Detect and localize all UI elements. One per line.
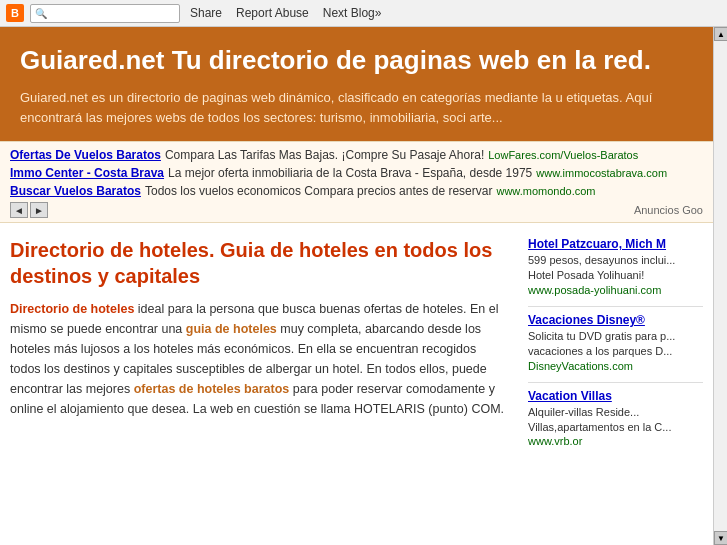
sidebar-ad-2: Vacaciones Disney® Solicita tu DVD grati…	[528, 313, 703, 372]
main-wrapper: Guiared.net Tu directorio de paginas web…	[0, 27, 727, 545]
ad-text-3: Todos los vuelos economicos Compara prec…	[145, 184, 493, 198]
blog-post: Directorio de hoteles. Guia de hoteles e…	[10, 237, 518, 457]
ad-link-2[interactable]: Immo Center - Costa Brava	[10, 166, 164, 180]
ads-buttons: ◄ ►	[10, 202, 48, 218]
sidebar-ad-1: Hotel Patzcuaro, Mich M 599 pesos, desay…	[528, 237, 703, 296]
sidebar-ad-text-1: 599 pesos, desayunos inclui... Hotel Pos…	[528, 254, 675, 281]
ad-row-2: Immo Center - Costa Brava La mejor ofert…	[10, 166, 703, 180]
sidebar-divider-1	[528, 306, 703, 307]
blogger-logo: B	[6, 4, 24, 22]
search-icon: 🔍	[35, 8, 47, 19]
ads-next-button[interactable]: ►	[30, 202, 48, 218]
ad-text-1: Compara Las Tarifas Mas Bajas. ¡Compre S…	[165, 148, 484, 162]
post-link-ofertas[interactable]: ofertas de hoteles baratos	[134, 382, 290, 396]
ads-nav: ◄ ► Anuncios Goo	[10, 202, 703, 218]
two-col: Directorio de hoteles. Guia de hoteles e…	[0, 223, 713, 467]
ads-prev-button[interactable]: ◄	[10, 202, 28, 218]
sidebar-ad-text-2: Solicita tu DVD gratis para p... vacacio…	[528, 330, 675, 357]
sidebar-ad-url-1[interactable]: www.posada-yolihuani.com	[528, 284, 703, 296]
right-sidebar: Hotel Patzcuaro, Mich M 599 pesos, desay…	[528, 237, 703, 457]
post-title: Directorio de hoteles. Guia de hoteles e…	[10, 237, 510, 289]
scroll-down-button[interactable]: ▼	[714, 531, 727, 545]
sidebar-ad-3: Vacation Villas Alquiler-villas Reside..…	[528, 389, 703, 448]
site-description: Guiared.net es un directorio de paginas …	[20, 88, 693, 127]
scroll-track[interactable]	[714, 41, 727, 531]
ad-link-3[interactable]: Buscar Vuelos Baratos	[10, 184, 141, 198]
ad-url-2[interactable]: www.immocostabrava.com	[536, 167, 667, 179]
ad-text-2: La mejor oferta inmobiliaria de la Costa…	[168, 166, 532, 180]
sidebar-ad-title-1[interactable]: Hotel Patzcuaro, Mich M	[528, 237, 703, 251]
search-bar: 🔍	[30, 4, 180, 23]
ads-label: Anuncios Goo	[634, 204, 703, 216]
sidebar-ad-title-3[interactable]: Vacation Villas	[528, 389, 703, 403]
ad-link-1[interactable]: Ofertas De Vuelos Baratos	[10, 148, 161, 162]
share-link[interactable]: Share	[186, 6, 226, 20]
ad-url-3[interactable]: www.momondo.com	[496, 185, 595, 197]
sidebar-ad-url-3[interactable]: www.vrb.or	[528, 435, 703, 447]
search-input[interactable]	[50, 7, 170, 19]
ads-section: Ofertas De Vuelos Baratos Compara Las Ta…	[0, 141, 713, 223]
ad-row-1: Ofertas De Vuelos Baratos Compara Las Ta…	[10, 148, 703, 162]
right-scrollbar: ▲ ▼	[713, 27, 727, 545]
site-title: Guiared.net Tu directorio de paginas web…	[20, 45, 693, 76]
sidebar-divider-2	[528, 382, 703, 383]
content-area: Guiared.net Tu directorio de paginas web…	[0, 27, 713, 545]
scroll-up-button[interactable]: ▲	[714, 27, 727, 41]
sidebar-ad-url-2[interactable]: DisneyVacations.com	[528, 360, 703, 372]
next-blog-link[interactable]: Next Blog»	[319, 6, 386, 20]
post-link-guia[interactable]: guia de hoteles	[186, 322, 277, 336]
post-body: Directorio de hoteles ideal para la pers…	[10, 299, 510, 419]
sidebar-ad-text-3: Alquiler-villas Reside... Villas,apartam…	[528, 406, 671, 433]
header-banner: Guiared.net Tu directorio de paginas web…	[0, 27, 713, 141]
top-bar: B 🔍 Share Report Abuse Next Blog»	[0, 0, 727, 27]
ad-row-3: Buscar Vuelos Baratos Todos los vuelos e…	[10, 184, 703, 198]
report-abuse-link[interactable]: Report Abuse	[232, 6, 313, 20]
post-link-hoteles[interactable]: Directorio de hoteles	[10, 302, 134, 316]
sidebar-ad-title-2[interactable]: Vacaciones Disney®	[528, 313, 703, 327]
ad-url-1[interactable]: LowFares.com/Vuelos-Baratos	[488, 149, 638, 161]
